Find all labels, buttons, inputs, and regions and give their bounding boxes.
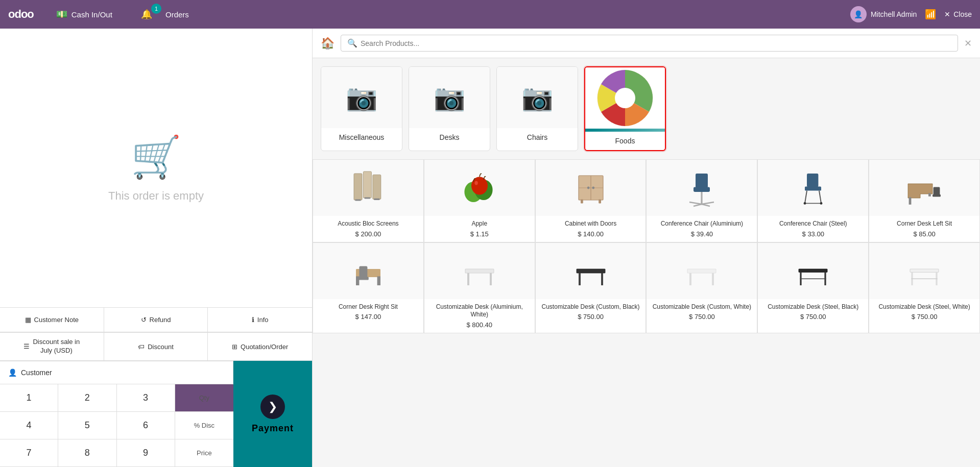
numpad-7[interactable]: 7 (0, 439, 58, 467)
camera-placeholder-chairs: 📷 (521, 83, 553, 112)
numpad-column: 👤 Customer 1 2 3 Qty 4 5 6 % Disc 7 8 9 (0, 361, 233, 467)
search-bar: 🏠 🔍 ✕ (313, 29, 980, 58)
product-name-custom-black: Customizable Desk (Custom, Black) (540, 303, 642, 311)
payment-section[interactable]: ❯ Payment (233, 361, 312, 467)
svg-rect-33 (909, 197, 912, 204)
category-miscellaneous[interactable]: 📷 Miscellaneous (321, 66, 402, 151)
svg-rect-26 (807, 174, 818, 187)
product-conf-chair-steel[interactable]: Conference Chair (Steel) $ 33.00 (757, 159, 869, 242)
svg-rect-44 (490, 273, 492, 285)
clear-search-button[interactable]: ✕ (964, 38, 972, 49)
customer-note-button[interactable]: ▦ Customer Note (0, 308, 104, 332)
product-acoustic-bloc-screens[interactable]: Acoustic Bloc Screens $ 200.00 (313, 159, 424, 242)
svg-rect-19 (696, 174, 708, 188)
orders-button[interactable]: 🔔 1 Orders (135, 6, 195, 23)
svg-line-24 (689, 202, 702, 204)
quotation-order-button[interactable]: ⊞ Quotation/Order (208, 333, 312, 361)
product-custom-desk-white[interactable]: Customizable Desk (Custom, White) $ 750.… (646, 242, 757, 333)
payment-arrow-icon: ❯ (260, 395, 285, 419)
numpad-disc[interactable]: % Disc (175, 412, 233, 439)
product-corner-desk-right[interactable]: Corner Desk Right Sit $ 147.00 (313, 242, 424, 333)
product-name-conf-chair-alum: Conference Chair (Aluminium) (651, 220, 753, 228)
custom-desk-black-image (570, 251, 611, 291)
acoustic-screens-image (348, 167, 389, 208)
product-price-corner-desk-left: $ 85.00 (873, 230, 975, 238)
category-foods-label: Foods (610, 132, 640, 150)
home-button[interactable]: 🏠 (321, 37, 334, 50)
numpad-4[interactable]: 4 (0, 412, 58, 439)
numpad-6[interactable]: 6 (117, 412, 175, 439)
svg-rect-48 (687, 269, 716, 273)
product-name-corner-desk-right: Corner Desk Right Sit (317, 303, 419, 311)
order-empty-state: 🛒 This order is empty (0, 29, 312, 307)
product-custom-desk-steel-white[interactable]: Customizable Desk (Steel, White) $ 750.0… (869, 242, 980, 333)
apple-image (459, 167, 500, 208)
product-name-custom-white: Customizable Desk (Custom, White) (651, 303, 753, 311)
product-price-steel-white: $ 750.00 (873, 313, 975, 321)
refund-button[interactable]: ↺ Refund (104, 308, 208, 332)
avatar: 👤 (850, 6, 867, 22)
product-custom-desk-black[interactable]: Customizable Desk (Custom, Black) $ 750.… (535, 242, 647, 333)
cash-in-out-button[interactable]: 💵 Cash In/Out (50, 6, 118, 23)
product-price-custom-white: $ 750.00 (651, 313, 753, 321)
product-name-acoustic: Acoustic Bloc Screens (317, 220, 419, 228)
categories-bar: 📷 Miscellaneous 📷 Desks 📷 Chairs (313, 58, 980, 159)
numpad-qty[interactable]: Qty (175, 384, 233, 412)
refund-icon: ↺ (141, 316, 147, 324)
info-button[interactable]: ℹ Info (208, 308, 312, 332)
category-desks[interactable]: 📷 Desks (409, 66, 490, 151)
svg-rect-42 (465, 269, 494, 273)
numpad-price[interactable]: Price (175, 439, 233, 467)
product-name-apple: Apple (428, 220, 531, 228)
svg-rect-4 (373, 175, 381, 199)
camera-placeholder-misc: 📷 (346, 83, 377, 112)
close-icon: ✕ (944, 10, 950, 18)
category-foods[interactable]: Foods (584, 66, 666, 151)
cash-icon: 💵 (56, 9, 67, 20)
right-panel: 🏠 🔍 ✕ 📷 Miscellaneous 📷 Desks (313, 29, 980, 467)
product-price-corner-desk-right: $ 147.00 (317, 313, 419, 321)
svg-rect-43 (467, 273, 469, 285)
product-apple[interactable]: Apple $ 1.15 (424, 159, 535, 242)
product-cabinet[interactable]: Cabinet with Doors $ 140.00 (535, 159, 647, 242)
svg-point-31 (804, 202, 806, 205)
customer-row: 👤 Customer (0, 361, 233, 384)
search-input[interactable] (361, 39, 951, 47)
svg-rect-5 (355, 199, 361, 201)
product-price-steel-black: $ 750.00 (762, 313, 864, 321)
payment-label: Payment (252, 423, 294, 434)
custom-desk-white-image (681, 251, 722, 291)
discount-button[interactable]: 🏷 Discount (104, 333, 208, 361)
numpad-1[interactable]: 1 (0, 384, 58, 412)
svg-rect-45 (577, 269, 605, 273)
user-info: 👤 Mitchell Admin (850, 6, 917, 22)
close-button[interactable]: ✕ Close (944, 10, 972, 18)
discount-sale-label: ☰ Discount sale inJuly (USD) (0, 333, 104, 361)
product-price-custom-black: $ 750.00 (540, 313, 642, 321)
left-panel: 🛒 This order is empty ▦ Customer Note ↺ … (0, 29, 313, 467)
bottom-section: 👤 Customer 1 2 3 Qty 4 5 6 % Disc 7 8 9 (0, 361, 312, 467)
topbar-right: 👤 Mitchell Admin 📶 ✕ Close (850, 6, 972, 22)
customer-field[interactable]: 👤 Customer (0, 361, 233, 384)
product-price-custom-alum-white: $ 800.40 (428, 321, 531, 329)
category-chairs[interactable]: 📷 Chairs (496, 66, 578, 151)
svg-point-16 (592, 187, 594, 189)
products-grid: Acoustic Bloc Screens $ 200.00 (313, 159, 980, 467)
numpad-5[interactable]: 5 (58, 412, 116, 439)
orders-icon: 🔔 (141, 9, 152, 19)
numpad-8[interactable]: 8 (58, 439, 116, 467)
product-conf-chair-alum[interactable]: Conference Chair (Aluminium) $ 39.40 (646, 159, 757, 242)
product-custom-desk-steel-black[interactable]: Customizable Desk (Steel, Black) $ 750.0… (757, 242, 869, 333)
main-layout: 🛒 This order is empty ▦ Customer Note ↺ … (0, 29, 980, 467)
numpad-2[interactable]: 2 (58, 384, 116, 412)
numpad: 1 2 3 Qty 4 5 6 % Disc 7 8 9 Price (0, 384, 233, 467)
svg-rect-34 (928, 193, 931, 196)
svg-rect-50 (712, 273, 714, 285)
numpad-3[interactable]: 3 (117, 384, 175, 412)
product-custom-desk-alum-white[interactable]: Customizable Desk (Aluminium, White) $ 8… (424, 242, 535, 333)
numpad-9[interactable]: 9 (117, 439, 175, 467)
discount-icon: 🏷 (138, 343, 145, 351)
svg-rect-40 (359, 266, 367, 277)
svg-rect-17 (581, 199, 583, 203)
product-corner-desk-left[interactable]: Corner Desk Left Sit $ 85.00 (869, 159, 980, 242)
